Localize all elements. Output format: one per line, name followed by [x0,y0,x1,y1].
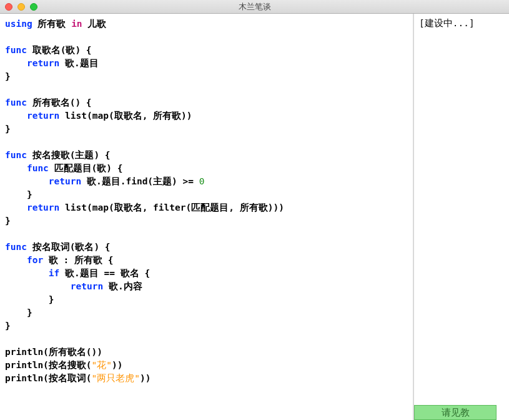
code-line: } [5,319,408,332]
close-icon[interactable] [5,3,12,11]
code-line: } [5,188,408,201]
code-line: } [5,293,408,306]
code-line: for 歌 : 所有歌 { [5,254,408,267]
code-line: func 按名取词(歌名) { [5,241,408,254]
code-line: return list(map(取歌名, 所有歌)) [5,109,408,122]
minimize-icon[interactable] [17,3,25,11]
code-line: using 所有歌 in 儿歌 [5,18,408,31]
code-line: } [5,306,408,319]
code-line: func 取歌名(歌) { [5,44,408,57]
submit-button[interactable]: 请见教 [414,405,497,420]
code-line: ​ [5,332,408,346]
window-title: 木兰笔谈 [0,1,509,12]
code-line: return 歌.内容 [5,280,408,293]
code-line: println(按名搜歌("花")) [5,359,408,372]
traffic-lights [0,3,37,11]
code-line: } [5,70,408,83]
code-line: println(所有歌名()) [5,346,408,359]
main-area: using 所有歌 in 儿歌​func 取歌名(歌) { return 歌.题… [0,14,509,420]
code-line: return list(map(取歌名, filter(匹配题目, 所有歌))) [5,201,408,214]
code-line: ​ [5,31,408,44]
code-line: ​ [5,83,408,96]
code-line: func 匹配题目(歌) { [5,162,408,175]
code-line: } [5,122,408,136]
window-titlebar: 木兰笔谈 [0,0,509,14]
code-line: return 歌.题目 [5,57,408,70]
code-editor[interactable]: using 所有歌 in 儿歌​func 取歌名(歌) { return 歌.题… [0,14,413,420]
code-line: return 歌.题目.find(主题) >= 0 [5,175,408,188]
code-line: ​ [5,228,408,241]
code-line: ​ [5,136,408,149]
code-line: func 按名搜歌(主题) { [5,149,408,162]
code-line: if 歌.题目 == 歌名 { [5,267,408,280]
sidebar-content: [建设中...] [414,14,509,33]
maximize-icon[interactable] [30,3,37,11]
code-line: } [5,214,408,228]
code-line: println(按名取词("两只老虎")) [5,372,408,385]
output-sidebar: [建设中...] 请见教 [413,14,509,420]
code-line: func 所有歌名() { [5,96,408,109]
